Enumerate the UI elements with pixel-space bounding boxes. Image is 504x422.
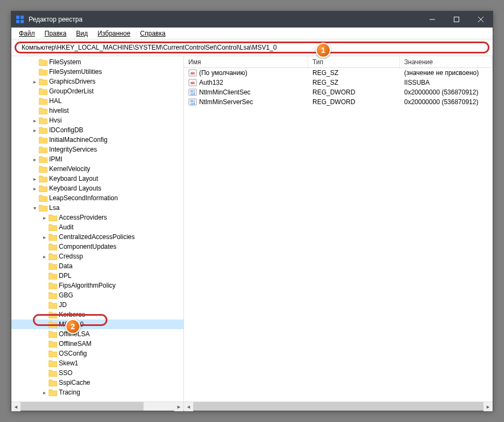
expander-icon[interactable]: ▸ [40, 234, 48, 240]
tree-item[interactable]: Skew1 [11, 358, 183, 368]
tree-item-label: DPL [59, 272, 71, 280]
tree-pane[interactable]: FileSystemFileSystemUtilities▸GraphicsDr… [11, 56, 184, 401]
tree-item[interactable]: MSV1_0 [11, 319, 183, 329]
expander-icon[interactable]: ▸ [40, 254, 48, 260]
tree-item-label: Audit [59, 223, 73, 231]
tree-item[interactable]: FileSystem [11, 57, 183, 67]
tree-item[interactable]: ▸Credssp [11, 251, 183, 261]
expander-icon[interactable]: ▸ [40, 215, 48, 221]
folder-icon [49, 360, 57, 367]
tree-item-label: FileSystem [49, 58, 81, 66]
tree-item-label: FileSystemUtilities [49, 68, 102, 76]
menu-help[interactable]: Справка [136, 29, 170, 38]
expander-icon[interactable]: ▸ [31, 176, 38, 182]
tree-item[interactable]: ▸GraphicsDrivers [11, 77, 183, 86]
tree-item[interactable]: DPL [11, 271, 183, 281]
list-scrollbar-h[interactable]: ◄ ► [184, 401, 493, 411]
minimize-button[interactable] [420, 11, 444, 28]
value-type: REG_SZ [308, 79, 400, 86]
value-name: (По умолчанию) [199, 69, 247, 77]
folder-icon [49, 331, 57, 338]
tree-item[interactable]: ▾Lsa [11, 203, 183, 213]
menu-file[interactable]: Файл [15, 29, 39, 38]
tree-item[interactable]: IntegrityServices [11, 145, 183, 154]
list-pane[interactable]: Имя Тип Значение ab(По умолчанию)REG_SZ(… [184, 56, 493, 401]
scroll-left-icon[interactable]: ◄ [11, 402, 21, 411]
folder-icon [49, 321, 57, 328]
list-row[interactable]: abAuth132REG_SZIISSUBA [184, 78, 493, 87]
tree-item[interactable]: ▸Hvsi [11, 115, 183, 125]
value-type: REG_DWORD [308, 89, 400, 96]
tree-item[interactable]: ▸CentralizedAccessPolicies [11, 232, 183, 242]
menu-edit[interactable]: Правка [40, 29, 71, 38]
tree-item[interactable]: SspiCache [11, 378, 183, 387]
value-name: NtlmMinServerSec [199, 98, 253, 106]
column-header-type[interactable]: Тип [308, 56, 400, 67]
folder-icon [39, 185, 47, 192]
tree-item[interactable]: HAL [11, 96, 183, 106]
tree-item[interactable]: SSO [11, 368, 183, 378]
folder-icon [39, 137, 47, 144]
tree-item[interactable]: ▸Tracing [11, 387, 183, 397]
tree-item[interactable]: OfflineSAM [11, 339, 183, 349]
close-button[interactable] [468, 11, 493, 28]
value-type: REG_SZ [308, 69, 400, 77]
tree-item[interactable]: OfflineLSA [11, 329, 183, 339]
tree-item[interactable]: GroupOrderList [11, 86, 183, 96]
tree-item[interactable]: Data [11, 261, 183, 271]
tree-scrollbar-h[interactable]: ◄ ► [11, 401, 184, 411]
expander-icon[interactable]: ▸ [31, 186, 38, 192]
scroll-right-icon[interactable]: ► [483, 402, 493, 411]
svg-rect-3 [21, 20, 24, 23]
expander-icon[interactable]: ▸ [40, 390, 48, 396]
tree-item-label: IPMI [49, 155, 63, 163]
tree-item[interactable]: InitialMachineConfig [11, 135, 183, 145]
menu-favorites[interactable]: Избранное [93, 29, 135, 38]
tree-item-label: AccessProviders [59, 214, 107, 221]
tree-item[interactable]: FileSystemUtilities [11, 67, 183, 77]
scroll-right-icon[interactable]: ► [174, 402, 183, 411]
tree-item-label: SSO [59, 369, 72, 377]
tree-item[interactable]: ComponentUpdates [11, 242, 183, 251]
tree-item[interactable]: LeapSecondInformation [11, 193, 183, 203]
tree-item[interactable]: Kerberos [11, 310, 183, 319]
expander-icon[interactable]: ▸ [31, 79, 38, 85]
tree-item[interactable]: ▸IPMI [11, 154, 183, 164]
tree-item-label: InitialMachineConfig [49, 136, 107, 144]
address-input[interactable] [15, 42, 489, 53]
tree-item[interactable]: JD [11, 300, 183, 310]
svg-text:110: 110 [190, 102, 195, 105]
tree-item-label: Keyboard Layouts [49, 185, 101, 192]
tree-item[interactable]: hivelist [11, 106, 183, 115]
maximize-button[interactable] [444, 11, 468, 28]
list-row[interactable]: 011110NtlmMinServerSecREG_DWORD0x2000000… [184, 97, 493, 107]
registry-editor-window: Редактор реестра Файл Правка Вид Избранн… [11, 11, 493, 411]
tree-item[interactable]: ▸IDConfigDB [11, 125, 183, 135]
expander-icon[interactable]: ▸ [31, 118, 38, 124]
expander-icon[interactable]: ▸ [31, 127, 38, 133]
column-header-name[interactable]: Имя [184, 56, 308, 67]
menubar: Файл Правка Вид Избранное Справка [11, 28, 493, 39]
tree-item[interactable]: ▸Keyboard Layouts [11, 183, 183, 193]
tree-item[interactable]: FipsAlgorithmPolicy [11, 281, 183, 290]
folder-icon [39, 69, 47, 76]
tree-item-label: Hvsi [49, 117, 62, 124]
list-row[interactable]: 011110NtlmMinClientSecREG_DWORD0x2000000… [184, 87, 493, 97]
folder-icon [39, 146, 47, 153]
expander-icon[interactable]: ▸ [31, 156, 38, 162]
tree-item[interactable]: GBG [11, 290, 183, 300]
tree-item[interactable]: KernelVelocity [11, 164, 183, 174]
tree-item-label: GroupOrderList [49, 87, 94, 95]
value-name: NtlmMinClientSec [199, 89, 250, 96]
binary-value-icon: 011110 [188, 88, 197, 97]
list-row[interactable]: ab(По умолчанию)REG_SZ(значение не присв… [184, 68, 493, 78]
tree-item[interactable]: ▸AccessProviders [11, 213, 183, 222]
expander-icon[interactable]: ▾ [31, 205, 38, 211]
tree-item[interactable]: Audit [11, 222, 183, 232]
column-header-value[interactable]: Значение [400, 56, 493, 67]
tree-item[interactable]: OSConfig [11, 349, 183, 358]
menu-view[interactable]: Вид [72, 29, 92, 38]
scroll-left-icon[interactable]: ◄ [184, 402, 193, 411]
folder-icon [49, 370, 57, 377]
tree-item[interactable]: ▸Keyboard Layout [11, 174, 183, 183]
